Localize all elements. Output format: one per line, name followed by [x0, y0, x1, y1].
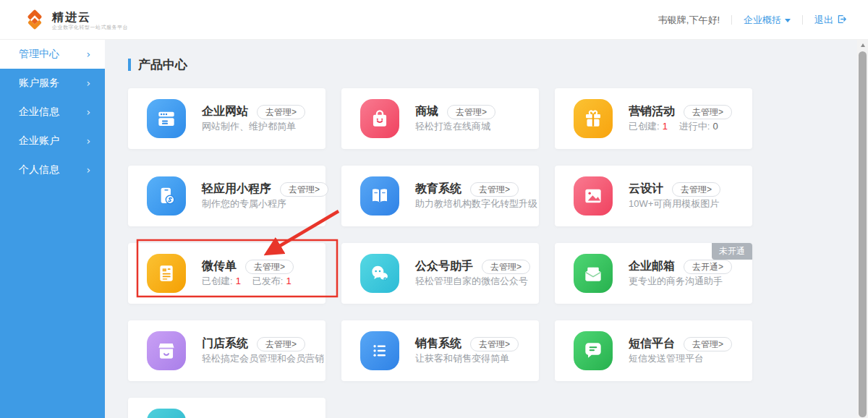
sidebar-item-label: 账户服务 — [19, 77, 59, 90]
product-desc: 助力教培机构数字化转型升级 — [415, 198, 537, 209]
manage-button[interactable]: 去管理> — [245, 260, 294, 274]
sidebar-item-label: 管理中心 — [19, 48, 59, 61]
product-title: 企业邮箱 — [629, 259, 675, 274]
sidebar-item-3[interactable]: 企业账户› — [0, 127, 105, 155]
chevron-right-icon: › — [86, 164, 90, 176]
enterprise-overview-dropdown[interactable]: 企业概括 — [744, 14, 791, 27]
product-card: 教育系统 去管理> 助力教培机构数字化转型升级 — [341, 166, 539, 226]
chevron-right-icon: › — [86, 48, 90, 60]
product-card: 短信平台 去管理> 短信发送管理平台 — [555, 320, 752, 381]
scrollbar-thumb[interactable] — [859, 51, 867, 417]
product-title: 教育系统 — [415, 182, 461, 197]
stat-label: 进行中: — [679, 121, 710, 132]
manage-button[interactable]: 去管理> — [672, 182, 720, 197]
product-title: 商城 — [415, 104, 438, 119]
product-title: 门店系统 — [202, 336, 248, 351]
product-desc: 制作您的专属小程序 — [202, 198, 286, 209]
gift-icon — [574, 99, 613, 138]
sidebar-nav: 管理中心›账户服务›企业信息›企业账户›个人信息› — [0, 40, 105, 418]
product-card: 公众号助手 去管理> 轻松管理自家的微信公众号 — [341, 243, 539, 304]
chevron-down-icon — [785, 19, 791, 22]
header-divider — [802, 15, 803, 25]
logout-icon — [837, 14, 846, 26]
manage-button[interactable]: 去管理> — [482, 260, 530, 274]
main-content: 产品中心 企业网站 去管理> 网站制作、维护都简单 商城 去管理> 轻松打造在线… — [105, 40, 857, 418]
list-icon — [360, 331, 399, 370]
image-icon — [574, 176, 613, 216]
product-card: 企业邮箱 去开通> 更专业的商务沟通助手 未开通 — [555, 243, 752, 304]
brand-tagline: 企业数字化转型一站式服务平台 — [52, 24, 128, 31]
product-card: 微传单 去管理> 已创建:1已发布:1 — [128, 243, 326, 304]
product-desc: 网站制作、维护都简单 — [202, 121, 296, 132]
product-grid: 企业网站 去管理> 网站制作、维护都简单 商城 去管理> 轻松打造在线商城 营销… — [128, 88, 752, 418]
sidebar-item-4[interactable]: 个人信息› — [0, 155, 105, 184]
manage-button[interactable]: 去管理> — [257, 105, 305, 119]
sidebar-item-2[interactable]: 企业信息› — [0, 98, 105, 127]
vertical-scrollbar[interactable] — [857, 40, 868, 418]
manage-button[interactable]: 去管理> — [470, 337, 519, 351]
product-card: 销售系统 去管理> 让获客和销售变得简单 — [341, 320, 539, 381]
manage-button[interactable]: 去管理> — [470, 182, 519, 197]
product-desc: 轻松管理自家的微信公众号 — [415, 276, 528, 286]
sidebar-item-0[interactable]: 管理中心› — [0, 40, 105, 69]
manage-button[interactable]: 去管理> — [257, 337, 305, 351]
product-card: 商城 去管理> 轻松打造在线商城 — [341, 88, 539, 149]
scroll-up-button[interactable] — [857, 40, 868, 51]
chevron-right-icon: › — [86, 135, 90, 147]
product-desc: 已创建:1已发布:1 — [202, 276, 303, 286]
manage-button[interactable]: 去管理> — [684, 105, 732, 119]
chevron-right-icon: › — [86, 106, 90, 118]
product-card: 营销活动 去管理> 已创建:1进行中:0 — [555, 88, 752, 149]
sidebar-item-1[interactable]: 账户服务› — [0, 69, 105, 98]
product-title: 短信平台 — [629, 336, 675, 351]
sidebar-item-label: 企业账户 — [19, 135, 59, 148]
product-desc: 已创建:1进行中:0 — [629, 121, 730, 132]
stat-value: 0 — [712, 121, 718, 132]
stat-value: 1 — [236, 276, 241, 286]
logo-diamond-icon — [23, 8, 46, 34]
product-card: 域名管理 去管理> — [128, 398, 326, 418]
top-header: 精进云 企业数字化转型一站式服务平台 韦银牌,下午好! 企业概括 退出 — [0, 0, 868, 40]
chevron-right-icon: › — [86, 77, 90, 89]
manage-button[interactable]: 去管理> — [280, 182, 328, 197]
wechat-icon — [360, 254, 399, 293]
globe-icon — [147, 409, 186, 418]
stat-label: 已创建: — [629, 121, 660, 132]
product-desc: 让获客和销售变得简单 — [415, 353, 509, 364]
product-desc: 更专业的商务沟通助手 — [629, 276, 723, 286]
logout-button[interactable]: 退出 — [814, 14, 846, 27]
brand-logo: 精进云 企业数字化转型一站式服务平台 — [23, 8, 128, 34]
product-title: 微传单 — [202, 259, 237, 274]
product-desc: 10W+可商用模板图片 — [629, 198, 719, 209]
stat-value: 1 — [663, 121, 668, 132]
stat-label: 已发布: — [252, 276, 284, 286]
product-card: 云设计 去管理> 10W+可商用模板图片 — [555, 166, 752, 226]
header-divider — [731, 15, 732, 25]
product-desc: 轻松打造在线商城 — [415, 121, 490, 132]
scroll-up-icon — [861, 43, 865, 47]
product-card: 轻应用小程序 去管理> 制作您的专属小程序 — [128, 166, 326, 226]
product-title: 销售系统 — [415, 336, 461, 351]
user-greeting: 韦银牌,下午好! — [658, 14, 720, 27]
product-desc: 轻松搞定会员管理和会员营销 — [202, 353, 324, 364]
mail-icon — [574, 254, 613, 293]
status-badge: 未开通 — [712, 243, 752, 260]
flyer-icon — [147, 254, 186, 293]
sidebar-item-label: 个人信息 — [19, 163, 59, 176]
shopping-bag-icon — [360, 99, 399, 138]
store-icon — [147, 331, 186, 370]
sidebar-item-label: 企业信息 — [19, 106, 59, 119]
stat-value: 1 — [286, 276, 291, 286]
manage-button[interactable]: 去管理> — [447, 105, 495, 119]
brand-name: 精进云 — [52, 11, 128, 23]
product-title: 企业网站 — [202, 104, 248, 119]
page-title: 产品中心 — [128, 59, 187, 71]
book-icon — [360, 176, 399, 216]
browser-icon — [147, 99, 186, 138]
sms-icon — [574, 331, 613, 370]
manage-button[interactable]: 去开通> — [684, 260, 732, 274]
manage-button[interactable]: 去管理> — [684, 337, 732, 351]
product-card: 门店系统 去管理> 轻松搞定会员管理和会员营销 — [128, 320, 326, 381]
product-title: 营销活动 — [629, 104, 675, 119]
product-desc: 短信发送管理平台 — [629, 353, 704, 364]
